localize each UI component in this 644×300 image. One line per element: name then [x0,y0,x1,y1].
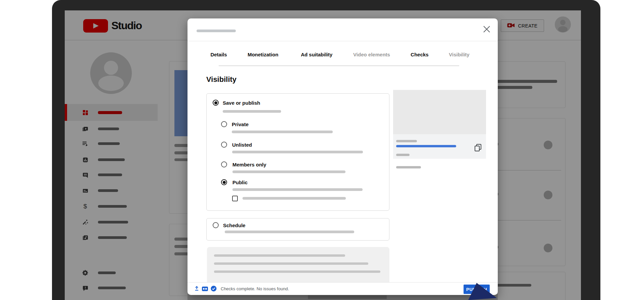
publish-button[interactable]: PUBLISH [464,285,490,294]
step-label: Ad suitability [301,52,332,57]
instant-premiere-checkbox[interactable] [232,196,238,201]
placeholder-bar [214,254,345,257]
dialog-header-divider [187,41,498,41]
filename-placeholder [396,166,421,168]
members-only-label: Members only [232,162,266,167]
upload-icon [194,286,199,292]
save-or-publish-radio[interactable] [213,100,219,106]
step-label: Details [210,52,227,57]
unlisted-label: Unlisted [232,142,252,148]
dialog-footer-divider [187,282,498,283]
schedule-group [206,218,389,241]
video-link-placeholder[interactable] [396,145,456,147]
placeholder-bar [232,131,333,133]
unlisted-radio[interactable] [221,142,227,148]
sd-quality-icon [202,287,208,293]
members-only-radio[interactable] [221,161,227,167]
page: Studio CREATE [0,0,644,300]
private-label: Private [232,121,249,127]
placeholder-bar [214,262,368,265]
schedule-label: Schedule [223,222,246,228]
step-label: Video elements [353,52,390,57]
public-radio[interactable] [221,179,227,185]
placeholder-bar [223,110,281,113]
placeholder-bar [232,170,345,173]
checks-status-text: Checks complete. No issues found. [221,286,289,291]
private-radio[interactable] [221,121,227,127]
copy-icon [474,147,482,153]
publish-dialog: Details Monetization Ad suitability Vide… [187,18,498,295]
placeholder-bar [214,270,380,273]
stepper-connector [219,65,459,66]
step-label: Visibility [449,52,469,57]
video-preview-thumbnail [393,90,486,134]
placeholder-bar [243,197,346,200]
public-label: Public [232,180,248,185]
schedule-radio[interactable] [213,222,219,228]
step-label: Monetization [248,52,278,57]
close-button[interactable] [482,25,491,34]
step-label: Checks [411,52,428,57]
placeholder-bar [225,231,354,233]
video-link-label-placeholder [396,140,417,142]
copy-link-button[interactable] [474,143,482,153]
placeholder-bar [232,188,363,191]
dialog-title-placeholder [197,30,236,32]
visibility-heading: Visibility [206,75,236,84]
info-panel [207,247,389,282]
filename-label-placeholder [396,154,410,156]
save-or-publish-label: Save or publish [223,100,260,106]
close-icon [482,29,491,35]
placeholder-bar [232,151,363,153]
checks-complete-icon [211,286,217,293]
